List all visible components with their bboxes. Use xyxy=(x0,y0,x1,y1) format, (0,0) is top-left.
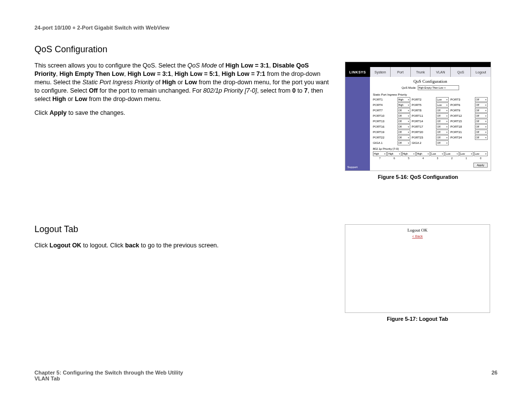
tab-trunk[interactable]: Trunk xyxy=(410,67,431,77)
priority-select[interactable]: High xyxy=(387,151,401,156)
bold: High Low = 5:1 xyxy=(174,70,218,77)
figure-5-16-caption: Figure 5-16: QoS Configuration xyxy=(345,174,491,180)
port-select[interactable]: High xyxy=(398,97,410,102)
port-label: PORT17 xyxy=(412,125,435,128)
port-label: PORT20 xyxy=(412,131,435,134)
tab-port[interactable]: Port xyxy=(390,67,410,77)
port-select[interactable]: Off xyxy=(475,124,488,129)
port-label: PORT9 xyxy=(450,109,473,112)
qos-mode-label: QoS Mode xyxy=(401,86,416,89)
text: for the port to remain unchanged. For xyxy=(98,87,203,94)
port-select[interactable]: Off xyxy=(436,130,449,135)
port-select[interactable]: Off xyxy=(398,135,410,140)
port-select[interactable]: Off xyxy=(436,119,449,124)
port-select[interactable]: Off xyxy=(475,135,488,140)
port-select[interactable]: Off xyxy=(475,97,488,102)
port-label: PORT19 xyxy=(373,131,396,134)
port-select[interactable]: Off xyxy=(436,135,449,140)
port-select[interactable]: Off xyxy=(436,124,449,129)
italic: Static Port Ingress Priority xyxy=(82,79,154,86)
bold: Low xyxy=(75,96,87,103)
tab-system[interactable]: System xyxy=(370,67,390,77)
port-label: PORT11 xyxy=(412,114,435,117)
text: , xyxy=(124,70,128,77)
fig516-title: QoS Configuration xyxy=(373,79,488,84)
port-label: PORT24 xyxy=(450,136,473,139)
section-ports-label: Static Port Ingress Priority xyxy=(373,93,488,96)
logout-ok-text: Logout OK xyxy=(345,228,490,233)
port-select[interactable]: Low xyxy=(436,97,449,102)
port-label: PORT18 xyxy=(450,125,473,128)
port-label: PORT10 xyxy=(373,114,396,117)
port-select[interactable]: Off xyxy=(398,119,410,124)
port-label: PORT8 xyxy=(412,109,435,112)
text: to logout. Click xyxy=(81,242,125,249)
priority-index: 2 xyxy=(445,157,459,160)
fig516-blackbar xyxy=(345,62,491,67)
port-select[interactable]: Off xyxy=(398,130,410,135)
tab-qos[interactable]: QoS xyxy=(450,67,470,77)
apply-button[interactable]: Apply xyxy=(473,163,488,168)
text: , select from xyxy=(257,87,293,94)
paragraph-logout: Click Logout OK to logout. Click back to… xyxy=(34,241,330,250)
port-label: PORT3 xyxy=(450,98,473,101)
text: to save the changes. xyxy=(66,109,125,116)
qos-mode-select[interactable]: High-Empty-Then-Low xyxy=(418,85,459,90)
port-select[interactable]: Off xyxy=(436,113,449,118)
text: of xyxy=(154,79,162,86)
port-select[interactable]: Low xyxy=(436,103,449,107)
paragraph-qos-description: This screen allows you to configure the … xyxy=(34,62,330,103)
figure-5-17-caption: Figure 5-17: Logout Tab xyxy=(345,316,490,322)
support-link[interactable]: Support xyxy=(347,166,358,169)
priority-select[interactable]: Low xyxy=(474,151,488,156)
linksys-logo: LINKSYS xyxy=(345,67,370,77)
bold: High Low = 7:1 xyxy=(222,70,266,77)
bold: High Low = 3:1 xyxy=(128,70,171,77)
text: or xyxy=(176,79,185,86)
port-label: PORT5 xyxy=(412,103,435,106)
port-select[interactable]: Off xyxy=(436,140,449,145)
bold: High Low = 3:1 xyxy=(226,62,269,69)
paragraph-apply: Click Apply to save the changes. xyxy=(34,109,330,117)
port-select[interactable]: Off xyxy=(398,113,410,118)
priority-index: 1 xyxy=(460,157,473,160)
port-label: PORT16 xyxy=(373,125,396,128)
port-label: PORT22 xyxy=(373,136,396,139)
text: Click xyxy=(34,242,50,249)
priority-select[interactable]: High xyxy=(402,151,416,156)
port-select[interactable]: High xyxy=(398,103,410,107)
text: to go to the previous screen. xyxy=(139,242,219,249)
priority-select[interactable]: Low xyxy=(431,151,444,156)
port-select[interactable]: Off xyxy=(398,124,410,129)
priority-index: 7 xyxy=(373,157,387,160)
port-label: GIGA 2 xyxy=(412,141,435,144)
text: This screen allows you to configure the … xyxy=(34,62,188,69)
port-select[interactable]: Off xyxy=(475,130,488,135)
tab-vlan[interactable]: VLAN xyxy=(430,67,450,77)
port-label: PORT21 xyxy=(450,131,473,134)
bold: High xyxy=(162,79,176,86)
port-label: PORT1 xyxy=(373,98,396,101)
port-label: PORT12 xyxy=(450,114,473,117)
port-select[interactable]: Off xyxy=(436,108,449,113)
port-select[interactable]: Off xyxy=(398,140,410,145)
priority-select[interactable]: Low xyxy=(445,151,459,156)
port-select[interactable]: Off xyxy=(475,119,488,124)
port-select[interactable]: Off xyxy=(398,108,410,113)
bold: back xyxy=(125,242,139,249)
tab-logout[interactable]: Logout xyxy=(470,67,491,77)
port-select[interactable]: Off xyxy=(475,108,488,113)
priority-select[interactable]: High xyxy=(373,151,387,156)
back-link[interactable]: < Back xyxy=(345,235,490,238)
priority-select[interactable]: High xyxy=(416,151,430,156)
footer-chapter: Chapter 5: Configuring the Switch throug… xyxy=(34,370,183,376)
page-number: 26 xyxy=(492,370,498,381)
port-label: PORT4 xyxy=(373,103,396,106)
port-label: PORT2 xyxy=(412,98,435,101)
port-select[interactable]: Off xyxy=(475,113,488,118)
text: or xyxy=(66,96,75,103)
priority-select[interactable]: Low xyxy=(460,151,473,156)
priority-index: 4 xyxy=(416,157,430,160)
port-label: PORT15 xyxy=(450,120,473,123)
port-select[interactable]: Off xyxy=(475,103,488,107)
